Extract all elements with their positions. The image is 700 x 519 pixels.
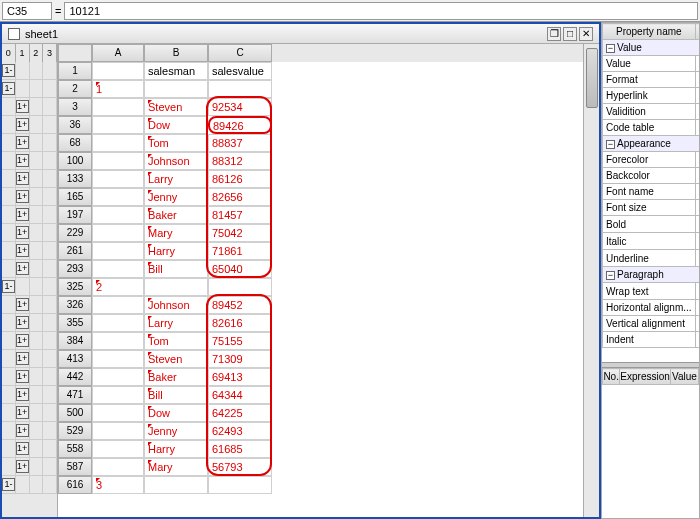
row-header[interactable]: 326	[58, 296, 92, 314]
cell[interactable]: Tom	[144, 332, 208, 350]
cell[interactable]	[92, 332, 144, 350]
outline-expand-button[interactable]: 1+	[16, 136, 29, 149]
outline-expand-button[interactable]: 1+	[16, 190, 29, 203]
row-header[interactable]: 133	[58, 170, 92, 188]
window-restore-button[interactable]: ❐	[547, 27, 561, 41]
cell[interactable]: Bill	[144, 260, 208, 278]
row-header[interactable]: 36	[58, 116, 92, 134]
expr-col-expression[interactable]: Expression	[620, 369, 670, 385]
cell[interactable]: 82656	[208, 188, 272, 206]
cell[interactable]	[92, 296, 144, 314]
property-row[interactable]: Font size12	[603, 200, 700, 216]
outline-expand-button[interactable]: 1+	[16, 226, 29, 239]
row-header[interactable]: 229	[58, 224, 92, 242]
row-header[interactable]: 68	[58, 134, 92, 152]
row-header[interactable]: 500	[58, 404, 92, 422]
row-header[interactable]: 355	[58, 314, 92, 332]
tree-collapse-icon[interactable]: −	[606, 271, 615, 280]
cell[interactable]: 1	[92, 80, 144, 98]
row-header[interactable]: 587	[58, 458, 92, 476]
cell[interactable]	[208, 278, 272, 296]
outline-collapse-button[interactable]: 1-	[2, 478, 15, 491]
cell[interactable]	[92, 116, 144, 134]
cell[interactable]: Harry	[144, 440, 208, 458]
cell[interactable]	[92, 242, 144, 260]
expr-col-value[interactable]: Value	[670, 369, 698, 385]
cell[interactable]	[92, 386, 144, 404]
property-row[interactable]: Validition	[603, 104, 700, 120]
row-header[interactable]: 100	[58, 152, 92, 170]
property-row[interactable]: Wrap text	[603, 283, 700, 300]
outline-level-0[interactable]: 0	[2, 44, 16, 62]
property-row[interactable]: Italic	[603, 233, 700, 250]
cell[interactable]	[208, 476, 272, 494]
property-row[interactable]: −Value	[603, 40, 700, 56]
outline-expand-button[interactable]: 1+	[16, 118, 29, 131]
column-header-b[interactable]: B	[144, 44, 208, 62]
cell[interactable]: 75155	[208, 332, 272, 350]
cell[interactable]: 56793	[208, 458, 272, 476]
column-header-c[interactable]: C	[208, 44, 272, 62]
cell[interactable]: 86126	[208, 170, 272, 188]
outline-expand-button[interactable]: 1+	[16, 442, 29, 455]
row-header[interactable]: 197	[58, 206, 92, 224]
cell[interactable]	[144, 476, 208, 494]
outline-level-3[interactable]: 3	[43, 44, 57, 62]
cell[interactable]	[92, 314, 144, 332]
cell[interactable]	[92, 206, 144, 224]
row-header[interactable]: 325	[58, 278, 92, 296]
vertical-scrollbar[interactable]	[583, 44, 599, 517]
outline-expand-button[interactable]: 1+	[16, 154, 29, 167]
cell[interactable]: 3	[92, 476, 144, 494]
cell[interactable]: Johnson	[144, 152, 208, 170]
cell[interactable]: 88312	[208, 152, 272, 170]
property-row[interactable]: Bold	[603, 216, 700, 233]
cell[interactable]	[144, 80, 208, 98]
cell[interactable]	[92, 422, 144, 440]
cell[interactable]	[208, 80, 272, 98]
column-header-a[interactable]: A	[92, 44, 144, 62]
cell[interactable]: Larry	[144, 314, 208, 332]
outline-expand-button[interactable]: 1+	[16, 316, 29, 329]
cell[interactable]: Bill	[144, 386, 208, 404]
cell[interactable]: 75042	[208, 224, 272, 242]
outline-expand-button[interactable]: 1+	[16, 406, 29, 419]
cell[interactable]: Harry	[144, 242, 208, 260]
row-header[interactable]: 384	[58, 332, 92, 350]
tree-collapse-icon[interactable]: −	[606, 140, 615, 149]
cell[interactable]	[92, 152, 144, 170]
cell[interactable]: Tom	[144, 134, 208, 152]
cell[interactable]: Steven	[144, 98, 208, 116]
row-header[interactable]: 558	[58, 440, 92, 458]
cell[interactable]: 62493	[208, 422, 272, 440]
cell[interactable]	[92, 170, 144, 188]
cell[interactable]: Jenny	[144, 188, 208, 206]
property-row[interactable]: Forecolor	[603, 152, 700, 168]
cell[interactable]: 92534	[208, 98, 272, 116]
row-header[interactable]: 293	[58, 260, 92, 278]
outline-level-1[interactable]: 1	[16, 44, 30, 62]
cell[interactable]: Jenny	[144, 422, 208, 440]
tree-collapse-icon[interactable]: −	[606, 44, 615, 53]
cell[interactable]: 65040	[208, 260, 272, 278]
cell[interactable]: Dow	[144, 404, 208, 422]
cell[interactable]	[92, 260, 144, 278]
cell[interactable]: 2	[92, 278, 144, 296]
cell[interactable]	[92, 188, 144, 206]
cell[interactable]: Baker	[144, 206, 208, 224]
props-col-name[interactable]: Property name	[603, 24, 696, 40]
outline-expand-button[interactable]: 1+	[16, 100, 29, 113]
cell[interactable]	[92, 440, 144, 458]
scroll-thumb[interactable]	[586, 48, 598, 108]
row-header[interactable]: 442	[58, 368, 92, 386]
outline-expand-button[interactable]: 1+	[16, 388, 29, 401]
cell[interactable]: 61685	[208, 440, 272, 458]
cell-reference-box[interactable]: C35	[2, 2, 52, 20]
cell[interactable]	[92, 404, 144, 422]
outline-expand-button[interactable]: 1+	[16, 298, 29, 311]
cell[interactable]	[92, 134, 144, 152]
row-header[interactable]: 261	[58, 242, 92, 260]
outline-expand-button[interactable]: 1+	[16, 208, 29, 221]
cell[interactable]: Johnson	[144, 296, 208, 314]
row-header[interactable]: 529	[58, 422, 92, 440]
